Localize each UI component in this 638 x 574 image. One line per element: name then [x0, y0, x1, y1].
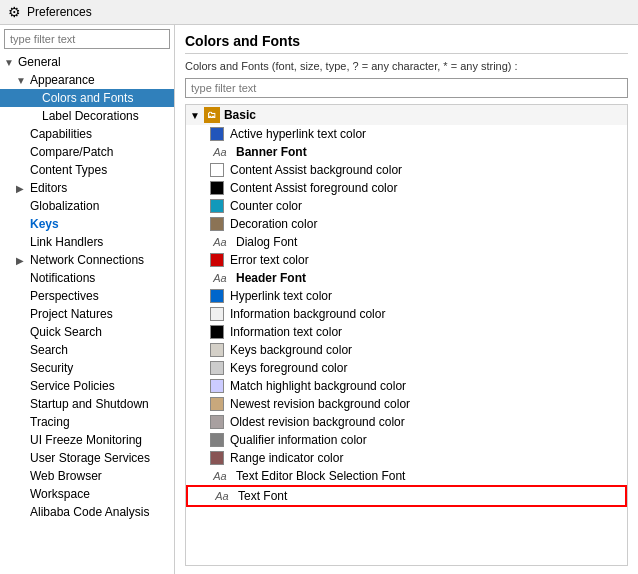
- color-swatch-match-highlight-bg: [210, 379, 224, 393]
- color-label-header-font: Header Font: [236, 271, 306, 285]
- font-indicator-header-font: Aa: [210, 272, 230, 284]
- color-label-hyperlink-text: Hyperlink text color: [230, 289, 332, 303]
- color-item-text-editor-block[interactable]: AaText Editor Block Selection Font: [186, 467, 627, 485]
- tree-item-alibaba[interactable]: Alibaba Code Analysis: [0, 503, 174, 521]
- tree-item-editors[interactable]: ▶Editors: [0, 179, 174, 197]
- title-bar-text: Preferences: [27, 5, 92, 19]
- color-item-range-indicator[interactable]: Range indicator color: [186, 449, 627, 467]
- tree-label-user-storage: User Storage Services: [30, 451, 150, 465]
- font-indicator-banner-font: Aa: [210, 146, 230, 158]
- tree-item-compare-patch[interactable]: Compare/Patch: [0, 143, 174, 161]
- tree-item-tracing[interactable]: Tracing: [0, 413, 174, 431]
- right-filter-input[interactable]: [185, 78, 628, 98]
- font-indicator-text-editor-block: Aa: [210, 470, 230, 482]
- color-item-dialog-font[interactable]: AaDialog Font: [186, 233, 627, 251]
- color-item-match-highlight-bg[interactable]: Match highlight background color: [186, 377, 627, 395]
- tree-item-security[interactable]: Security: [0, 359, 174, 377]
- group-label: Basic: [224, 108, 256, 122]
- right-panel: Colors and Fonts Colors and Fonts (font,…: [175, 25, 638, 574]
- tree-label-alibaba: Alibaba Code Analysis: [30, 505, 149, 519]
- tree-label-perspectives: Perspectives: [30, 289, 99, 303]
- color-swatch-content-assist-fg: [210, 181, 224, 195]
- right-panel-title: Colors and Fonts: [185, 33, 628, 54]
- tree-item-content-types[interactable]: Content Types: [0, 161, 174, 179]
- color-item-keys-fg[interactable]: Keys foreground color: [186, 359, 627, 377]
- color-item-info-text[interactable]: Information text color: [186, 323, 627, 341]
- color-item-oldest-revision-bg[interactable]: Oldest revision background color: [186, 413, 627, 431]
- color-label-text-font: Text Font: [238, 489, 287, 503]
- color-swatch-active-hyperlink: [210, 127, 224, 141]
- tree-item-project-natures[interactable]: Project Natures: [0, 305, 174, 323]
- tree-item-notifications[interactable]: Notifications: [0, 269, 174, 287]
- color-swatch-error-text: [210, 253, 224, 267]
- tree-item-ui-freeze[interactable]: UI Freeze Monitoring: [0, 431, 174, 449]
- color-item-decoration-color[interactable]: Decoration color: [186, 215, 627, 233]
- color-item-counter-color[interactable]: Counter color: [186, 197, 627, 215]
- tree-item-label-decoration[interactable]: Label Decorations: [0, 107, 174, 125]
- color-swatch-qualifier-info: [210, 433, 224, 447]
- color-label-banner-font: Banner Font: [236, 145, 307, 159]
- color-item-newest-revision-bg[interactable]: Newest revision background color: [186, 395, 627, 413]
- tree-label-ui-freeze: UI Freeze Monitoring: [30, 433, 142, 447]
- tree-item-network-connection[interactable]: ▶Network Connections: [0, 251, 174, 269]
- color-label-qualifier-info: Qualifier information color: [230, 433, 367, 447]
- color-label-active-hyperlink: Active hyperlink text color: [230, 127, 366, 141]
- color-swatch-keys-bg: [210, 343, 224, 357]
- tree-label-tracing: Tracing: [30, 415, 70, 429]
- tree-label-web-browser: Web Browser: [30, 469, 102, 483]
- tree-item-startup-shutdown[interactable]: Startup and Shutdown: [0, 395, 174, 413]
- tree-item-colors-and-fonts[interactable]: Colors and Fonts: [0, 89, 174, 107]
- tree-label-project-natures: Project Natures: [30, 307, 113, 321]
- color-item-banner-font[interactable]: AaBanner Font: [186, 143, 627, 161]
- tree-item-capabilities[interactable]: Capabilities: [0, 125, 174, 143]
- color-item-keys-bg[interactable]: Keys background color: [186, 341, 627, 359]
- color-item-info-bg[interactable]: Information background color: [186, 305, 627, 323]
- tree-label-security: Security: [30, 361, 73, 375]
- color-item-header-font[interactable]: AaHeader Font: [186, 269, 627, 287]
- tree-item-general[interactable]: ▼General: [0, 53, 174, 71]
- tree-label-startup-shutdown: Startup and Shutdown: [30, 397, 149, 411]
- color-item-hyperlink-text[interactable]: Hyperlink text color: [186, 287, 627, 305]
- color-label-content-assist-bg: Content Assist background color: [230, 163, 402, 177]
- tree-label-search: Search: [30, 343, 68, 357]
- tree-arrow-editors: ▶: [16, 183, 28, 194]
- tree-item-quick-search[interactable]: Quick Search: [0, 323, 174, 341]
- tree-item-link-handlers[interactable]: Link Handlers: [0, 233, 174, 251]
- colors-tree: ▼ 🗂 Basic Active hyperlink text colorAaB…: [185, 104, 628, 566]
- color-item-content-assist-bg[interactable]: Content Assist background color: [186, 161, 627, 179]
- color-item-error-text[interactable]: Error text color: [186, 251, 627, 269]
- color-item-text-font[interactable]: AaText Font: [186, 485, 627, 507]
- tree-label-content-types: Content Types: [30, 163, 107, 177]
- color-item-content-assist-fg[interactable]: Content Assist foreground color: [186, 179, 627, 197]
- tree-item-web-browser[interactable]: Web Browser: [0, 467, 174, 485]
- color-label-error-text: Error text color: [230, 253, 309, 267]
- tree-label-capabilities: Capabilities: [30, 127, 92, 141]
- color-label-match-highlight-bg: Match highlight background color: [230, 379, 406, 393]
- tree-item-search[interactable]: Search: [0, 341, 174, 359]
- tree-item-appearance[interactable]: ▼Appearance: [0, 71, 174, 89]
- right-panel-description: Colors and Fonts (font, size, type, ? = …: [185, 60, 628, 72]
- tree-item-service-policies[interactable]: Service Policies: [0, 377, 174, 395]
- tree-item-perspectives[interactable]: Perspectives: [0, 287, 174, 305]
- tree-item-globalization[interactable]: Globalization: [0, 197, 174, 215]
- tree-item-user-storage[interactable]: User Storage Services: [0, 449, 174, 467]
- tree-label-network-connection: Network Connections: [30, 253, 144, 267]
- tree-item-workspace[interactable]: Workspace: [0, 485, 174, 503]
- main-content: ▼General▼Appearance Colors and Fonts Lab…: [0, 25, 638, 574]
- color-label-info-text: Information text color: [230, 325, 342, 339]
- color-label-oldest-revision-bg: Oldest revision background color: [230, 415, 405, 429]
- tree-label-label-decoration: Label Decorations: [42, 109, 139, 123]
- tree-label-editors: Editors: [30, 181, 67, 195]
- tree-label-quick-search: Quick Search: [30, 325, 102, 339]
- left-filter-input[interactable]: [4, 29, 170, 49]
- color-item-active-hyperlink[interactable]: Active hyperlink text color: [186, 125, 627, 143]
- color-label-range-indicator: Range indicator color: [230, 451, 343, 465]
- color-item-qualifier-info[interactable]: Qualifier information color: [186, 431, 627, 449]
- color-group-basic[interactable]: ▼ 🗂 Basic: [186, 105, 627, 125]
- title-bar: ⚙ Preferences: [0, 0, 638, 25]
- color-label-newest-revision-bg: Newest revision background color: [230, 397, 410, 411]
- tree-item-keys[interactable]: Keys: [0, 215, 174, 233]
- color-label-keys-fg: Keys foreground color: [230, 361, 347, 375]
- tree-label-notifications: Notifications: [30, 271, 95, 285]
- tree-label-workspace: Workspace: [30, 487, 90, 501]
